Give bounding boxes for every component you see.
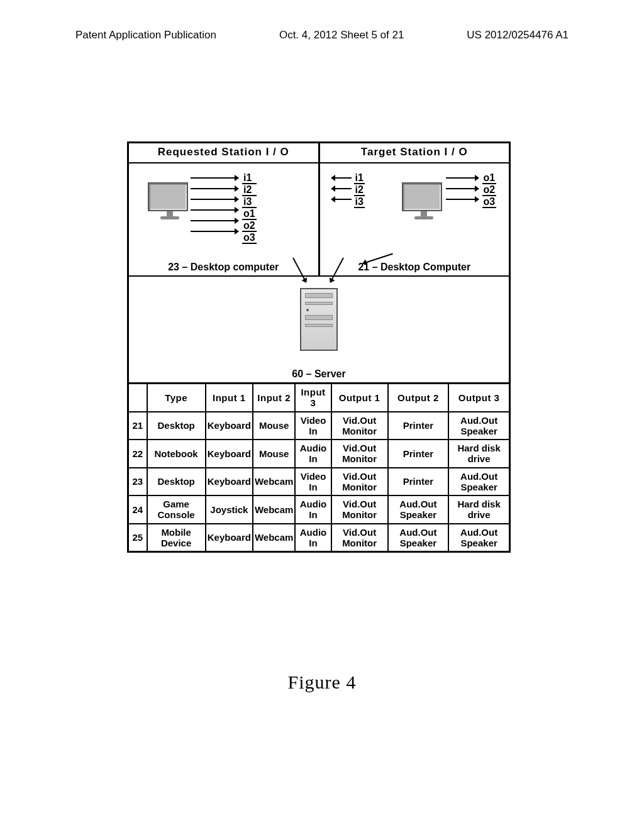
- cell-in1: Keyboard: [206, 524, 253, 552]
- cell-id: 24: [128, 495, 147, 524]
- monitor-icon: [148, 182, 192, 220]
- cell-id: 25: [128, 524, 147, 552]
- cell-in3: Audio In: [295, 524, 331, 552]
- requested-caption: 23 – Desktop computer: [129, 262, 318, 273]
- cell-out3: Hard disk drive: [448, 495, 509, 524]
- col-out3: Output 3: [448, 384, 509, 412]
- cell-out3: Hard disk drive: [448, 440, 509, 468]
- arrow-icon: [446, 199, 479, 200]
- cell-out2: Aud.Out Speaker: [388, 495, 449, 524]
- target-in-list: i1 i2 i3: [354, 172, 365, 208]
- col-in1: Input 1: [206, 384, 253, 412]
- cell-in1: Keyboard: [206, 440, 253, 468]
- io-i1: i1: [354, 172, 365, 184]
- header-mid: Oct. 4, 2012 Sheet 5 of 21: [279, 29, 404, 42]
- col-id: [128, 384, 147, 412]
- cell-out1: Vid.Out Monitor: [331, 440, 388, 468]
- io-i1: i1: [242, 172, 257, 184]
- cell-in2: Mouse: [253, 440, 295, 468]
- cell-out2: Printer: [388, 468, 449, 496]
- cell-out3: Aud.Out Speaker: [448, 524, 509, 552]
- col-out2: Output 2: [388, 384, 449, 412]
- cell-in3: Video In: [295, 412, 331, 440]
- cell-in1: Keyboard: [206, 468, 253, 496]
- table-header-row: Type Input 1 Input 2 Input 3 Output 1 Ou…: [128, 384, 510, 412]
- server-icon: [300, 288, 338, 351]
- io-o1: o1: [242, 208, 257, 220]
- cell-in3: Video In: [295, 468, 331, 496]
- cell-out1: Vid.Out Monitor: [331, 524, 388, 552]
- cell-type: Desktop: [147, 412, 206, 440]
- cell-type: Desktop: [147, 468, 206, 496]
- cell-id: 22: [128, 440, 147, 468]
- arrow-icon: [331, 177, 352, 179]
- cell-out3: Aud.Out Speaker: [448, 468, 509, 496]
- io-o3: o3: [242, 232, 257, 244]
- cell-out2: Printer: [388, 440, 449, 468]
- io-i3: i3: [242, 196, 257, 208]
- io-table: Type Input 1 Input 2 Input 3 Output 1 Ou…: [127, 382, 511, 553]
- cell-in1: Keyboard: [206, 412, 253, 440]
- requested-title: Requested Station I / O: [129, 143, 318, 163]
- header-right: US 2012/0254476 A1: [467, 29, 569, 42]
- arrow-icon: [191, 188, 238, 189]
- arrow-icon: [191, 231, 238, 232]
- cell-out1: Vid.Out Monitor: [331, 468, 388, 496]
- table-row: 21 Desktop Keyboard Mouse Video In Vid.O…: [128, 412, 510, 440]
- col-out1: Output 1: [331, 384, 388, 412]
- cell-in2: Webcam: [253, 495, 295, 524]
- target-caption: 21 – Desktop Computer: [320, 262, 509, 273]
- io-o2: o2: [242, 220, 257, 232]
- col-type: Type: [147, 384, 206, 412]
- requested-station: Requested Station I / O i1 i2 i3 o1 o2 o…: [129, 143, 320, 275]
- arrow-icon: [191, 199, 238, 200]
- cell-type: Notebook: [147, 440, 206, 468]
- cell-in1: Joystick: [206, 495, 253, 524]
- requested-io-list: i1 i2 i3 o1 o2 o3: [242, 172, 257, 244]
- page-header: Patent Application Publication Oct. 4, 2…: [0, 29, 644, 42]
- table-row: 22 Notebook Keyboard Mouse Audio In Vid.…: [128, 440, 510, 468]
- figure-4: Requested Station I / O i1 i2 i3 o1 o2 o…: [127, 141, 511, 553]
- col-in3: Input 3: [295, 384, 331, 412]
- io-o2: o2: [482, 184, 497, 196]
- arrow-icon: [446, 188, 479, 189]
- io-i2: i2: [242, 184, 257, 196]
- cell-out1: Vid.Out Monitor: [331, 412, 388, 440]
- cell-in2: Webcam: [253, 468, 295, 496]
- figure-label: Figure 4: [0, 672, 644, 693]
- cell-in2: Webcam: [253, 524, 295, 552]
- cell-out1: Vid.Out Monitor: [331, 495, 388, 524]
- stations-row: Requested Station I / O i1 i2 i3 o1 o2 o…: [127, 141, 511, 275]
- arrow-icon: [446, 177, 479, 179]
- arrow-icon: [191, 220, 238, 221]
- col-in2: Input 2: [253, 384, 295, 412]
- cell-type: Mobile Device: [147, 524, 206, 552]
- header-left: Patent Application Publication: [75, 29, 216, 42]
- server-block: 60 – Server: [127, 275, 511, 382]
- cell-id: 21: [128, 412, 147, 440]
- table-row: 25 Mobile Device Keyboard Webcam Audio I…: [128, 524, 510, 552]
- monitor-icon: [402, 182, 446, 220]
- cell-in3: Audio In: [295, 495, 331, 524]
- arrow-icon: [331, 199, 352, 200]
- target-title: Target Station I / O: [320, 143, 509, 163]
- io-o3: o3: [482, 196, 497, 208]
- cell-id: 23: [128, 468, 147, 496]
- arrow-icon: [331, 188, 352, 189]
- arrow-icon: [191, 209, 238, 211]
- cell-in3: Audio In: [295, 440, 331, 468]
- arrow-icon: [191, 177, 238, 179]
- cell-in2: Mouse: [253, 412, 295, 440]
- target-out-list: o1 o2 o3: [482, 172, 497, 208]
- table-row: 24 Game Console Joystick Webcam Audio In…: [128, 495, 510, 524]
- cell-type: Game Console: [147, 495, 206, 524]
- target-station: Target Station I / O i1 i2 i3 o1: [320, 143, 509, 275]
- cell-out2: Aud.Out Speaker: [388, 524, 449, 552]
- io-i2: i2: [354, 184, 365, 196]
- table-row: 23 Desktop Keyboard Webcam Video In Vid.…: [128, 468, 510, 496]
- io-o1: o1: [482, 172, 497, 184]
- server-caption: 60 – Server: [129, 368, 509, 380]
- io-i3: i3: [354, 196, 365, 208]
- cell-out3: Aud.Out Speaker: [448, 412, 509, 440]
- cell-out2: Printer: [388, 412, 449, 440]
